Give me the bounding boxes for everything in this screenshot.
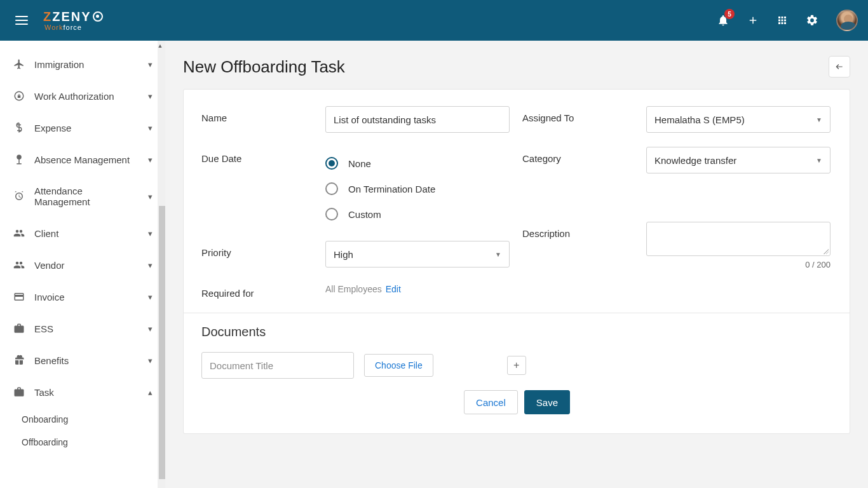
radio-custom[interactable]: Custom bbox=[325, 201, 510, 227]
chevron-down-icon: ▾ bbox=[148, 123, 153, 133]
briefcase-icon bbox=[13, 386, 25, 398]
back-button[interactable] bbox=[829, 56, 850, 78]
radio-none[interactable]: None bbox=[325, 151, 510, 176]
card-icon bbox=[13, 291, 25, 302]
apps-grid-button[interactable] bbox=[776, 15, 788, 26]
description-char-count: 0 / 200 bbox=[646, 260, 831, 269]
due-date-label: Due Date bbox=[201, 147, 325, 227]
priority-select[interactable]: High ▼ bbox=[325, 241, 510, 268]
notifications-button[interactable]: 5 bbox=[717, 14, 729, 27]
sidebar-item-ess[interactable]: ESS ▾ bbox=[0, 313, 165, 344]
sidebar-item-benefits[interactable]: Benefits ▾ bbox=[0, 344, 165, 376]
sidebar-scrollbar-thumb[interactable] bbox=[159, 206, 165, 479]
dollar-icon bbox=[13, 122, 25, 133]
sidebar-item-label: Client bbox=[34, 228, 139, 239]
sidebar-item-label: Vendor bbox=[34, 260, 139, 271]
gift-icon bbox=[13, 355, 25, 366]
radio-icon bbox=[325, 182, 338, 195]
name-label: Name bbox=[201, 106, 325, 133]
sidebar-item-label: Expense bbox=[34, 123, 139, 133]
sidebar-item-label: Task bbox=[34, 387, 139, 398]
sidebar-nav: Immigration ▾ Work Authorization ▾ Expen… bbox=[0, 41, 165, 488]
sidebar-item-attendance-management[interactable]: Attendance Management ▾ bbox=[0, 175, 165, 217]
notification-badge: 5 bbox=[724, 9, 735, 19]
radio-on-termination[interactable]: On Termination Date bbox=[325, 176, 510, 201]
chevron-up-icon: ▴ bbox=[148, 388, 153, 397]
due-date-radio-group: None On Termination Date Custom bbox=[325, 147, 510, 227]
caret-down-icon: ▼ bbox=[495, 251, 501, 258]
chevron-down-icon: ▾ bbox=[148, 356, 153, 365]
sidebar-item-absence-management[interactable]: Absence Management ▾ bbox=[0, 144, 165, 175]
sidebar-item-work-authorization[interactable]: Work Authorization ▾ bbox=[0, 80, 165, 112]
sidebar-item-label: Attendance Management bbox=[34, 186, 139, 207]
documents-title: Documents bbox=[201, 325, 832, 339]
document-title-input[interactable]: Document Title bbox=[201, 352, 354, 379]
chevron-down-icon: ▾ bbox=[148, 192, 153, 201]
logo-text: ZENY bbox=[52, 10, 91, 23]
sidebar-item-label: Immigration bbox=[34, 59, 139, 70]
sidebar-item-client[interactable]: Client ▾ bbox=[0, 217, 165, 249]
name-input[interactable]: List of outstanding tasks bbox=[325, 106, 510, 133]
category-label: Category bbox=[522, 147, 646, 173]
sidebar-item-immigration[interactable]: Immigration ▾ bbox=[0, 48, 165, 80]
people-icon bbox=[13, 259, 25, 271]
sidebar-item-vendor[interactable]: Vendor ▾ bbox=[0, 249, 165, 281]
description-label: Description bbox=[522, 222, 646, 269]
clock-icon bbox=[13, 191, 25, 202]
app-header: ZZENY Workforce 5 bbox=[0, 0, 868, 41]
sidebar-subitem-offboarding[interactable]: Offboarding bbox=[0, 431, 165, 454]
page-title: New Offboarding Task bbox=[183, 57, 345, 77]
sidebar-item-label: Benefits bbox=[34, 355, 139, 366]
radio-icon bbox=[325, 208, 338, 220]
sidebar-item-label: Work Authorization bbox=[34, 91, 139, 102]
required-for-edit-link[interactable]: Edit bbox=[386, 284, 401, 294]
sidebar-item-invoice[interactable]: Invoice ▾ bbox=[0, 281, 165, 313]
content-area: New Offboarding Task Name List of outsta… bbox=[165, 41, 868, 488]
scroll-up-arrow[interactable]: ▲ bbox=[156, 42, 164, 50]
settings-button[interactable] bbox=[806, 14, 818, 27]
app-logo: ZZENY Workforce bbox=[43, 10, 103, 31]
chevron-down-icon: ▾ bbox=[148, 292, 153, 302]
save-button[interactable]: Save bbox=[524, 390, 570, 414]
choose-file-button[interactable]: Choose File bbox=[364, 354, 433, 377]
radio-icon bbox=[325, 157, 338, 170]
chevron-down-icon: ▾ bbox=[148, 229, 153, 238]
menu-toggle-button[interactable] bbox=[10, 11, 33, 30]
category-select[interactable]: Knowledge transfer ▼ bbox=[646, 147, 831, 173]
add-button[interactable] bbox=[747, 15, 759, 26]
globe-lock-icon bbox=[13, 90, 25, 102]
sidebar-item-label: Invoice bbox=[34, 292, 139, 302]
assigned-to-select[interactable]: Hemalatha S (EMP5) ▼ bbox=[646, 106, 831, 133]
sidebar-item-expense[interactable]: Expense ▾ bbox=[0, 112, 165, 144]
add-document-button[interactable]: + bbox=[507, 356, 526, 375]
sidebar-item-label: ESS bbox=[34, 323, 139, 334]
sidebar-item-label: Absence Management bbox=[34, 154, 139, 165]
people-icon bbox=[13, 227, 25, 239]
tree-icon bbox=[13, 154, 25, 165]
caret-down-icon: ▼ bbox=[816, 157, 822, 164]
briefcase-icon bbox=[13, 323, 25, 334]
user-avatar[interactable] bbox=[836, 10, 858, 31]
chevron-down-icon: ▾ bbox=[148, 324, 153, 334]
description-textarea[interactable] bbox=[646, 222, 831, 256]
assigned-to-label: Assigned To bbox=[522, 106, 646, 133]
form-card: Name List of outstanding tasks Due Date bbox=[183, 89, 850, 434]
sidebar-item-task[interactable]: Task ▴ bbox=[0, 376, 165, 408]
priority-label: Priority bbox=[201, 241, 325, 268]
sidebar-scrollbar-track[interactable]: ▲ bbox=[158, 41, 165, 488]
cancel-button[interactable]: Cancel bbox=[464, 390, 518, 414]
required-for-label: Required for bbox=[201, 281, 325, 299]
chevron-down-icon: ▾ bbox=[148, 60, 153, 69]
plane-icon bbox=[13, 58, 25, 70]
logo-eye-icon bbox=[93, 11, 103, 22]
chevron-down-icon: ▾ bbox=[148, 155, 153, 165]
sidebar-subitem-onboarding[interactable]: Onboarding bbox=[0, 408, 165, 431]
required-for-value: All Employees bbox=[325, 284, 382, 294]
caret-down-icon: ▼ bbox=[816, 116, 822, 123]
chevron-down-icon: ▾ bbox=[148, 92, 153, 101]
chevron-down-icon: ▾ bbox=[148, 261, 153, 270]
